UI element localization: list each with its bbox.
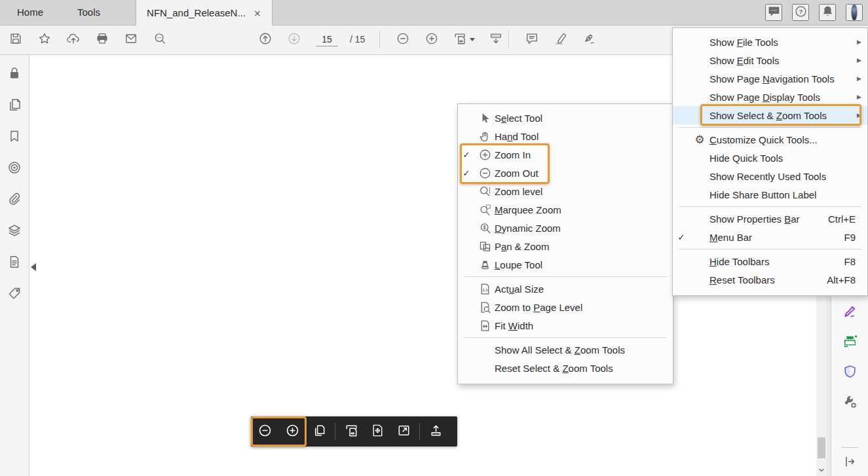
tab-document-label: NFN_and_ReleaseN... [147, 1, 246, 26]
zoom-out-icon [257, 423, 273, 440]
zoom-in-button[interactable] [421, 26, 443, 52]
menu-item-label: Fit Width [495, 320, 533, 331]
next-page-button[interactable] [283, 26, 305, 52]
checkmark-icon: ✓ [673, 232, 690, 242]
left-navigation-pane [0, 54, 29, 476]
tags-button[interactable] [5, 285, 24, 303]
more-tools-icon [842, 394, 858, 412]
menu-item-label: Show Recently Used Tools [709, 171, 826, 182]
highlight-text-button[interactable] [550, 26, 572, 52]
svg-text:1:1: 1:1 [482, 288, 487, 292]
menu-separator [464, 276, 667, 277]
avatar [851, 4, 858, 21]
comment-button[interactable] [521, 26, 543, 52]
print-button[interactable] [91, 26, 113, 52]
comment-tools-group [503, 25, 601, 54]
star-button[interactable] [33, 26, 56, 52]
panel-collapse-handle[interactable] [31, 263, 36, 271]
menu-item-menu-bar[interactable]: ✓Menu BarF9 [673, 228, 867, 246]
zoom-out-icon [396, 31, 410, 48]
menu-item-label: Show Select & Zoom Tools [709, 110, 827, 121]
menu-item-hide-toolbars[interactable]: Hide ToolbarsF8 [673, 252, 867, 270]
menu-item-dynamic-zoom[interactable]: Dynamic Zoom [458, 219, 673, 237]
tab-document[interactable]: NFN_and_ReleaseN... × [136, 0, 273, 26]
menu-item-show-page-display-tools[interactable]: Show Page Display Tools▶ [673, 88, 867, 106]
email-button[interactable] [120, 26, 142, 52]
zoom-out-button[interactable] [251, 416, 278, 447]
show-main-toolbar-button[interactable] [423, 416, 449, 447]
zoom-out-button[interactable] [392, 26, 414, 52]
menu-item-marquee-zoom[interactable]: Marquee Zoom [458, 200, 673, 219]
menu-item-show-select-zoom-tools[interactable]: Show Select & Zoom Tools▶ [673, 106, 867, 124]
menu-item-fit-width[interactable]: Fit Width [458, 316, 673, 335]
organize-pages-button[interactable] [840, 334, 859, 351]
menu-item-show-properties-bar[interactable]: Show Properties BarCtrl+E [673, 210, 867, 228]
fill-and-sign-button[interactable] [840, 304, 859, 321]
fill-sign-button[interactable] [578, 26, 601, 52]
security-lock-button[interactable] [5, 65, 24, 83]
search-button[interactable] [149, 26, 171, 52]
destinations-button[interactable] [5, 160, 24, 177]
fit-one-full-page-button[interactable] [364, 416, 390, 447]
menu-item-hand-tool[interactable]: Hand Tool [458, 127, 673, 145]
attachments-button[interactable] [5, 191, 24, 209]
tab-tools[interactable]: Tools [60, 0, 117, 25]
scroll-down-icon[interactable] [816, 466, 827, 475]
notifications-button[interactable] [819, 4, 836, 21]
page-up-icon [258, 31, 273, 48]
shortcut-label: Alt+F8 [827, 274, 856, 285]
select-zoom-tools-menu: Select ToolHand Tool✓Zoom In✓Zoom OutZoo… [457, 103, 673, 384]
page-thumbnails-button[interactable] [5, 97, 24, 115]
content-button[interactable] [5, 254, 24, 272]
zoom-in-icon [285, 423, 300, 440]
more-tools-button[interactable] [840, 394, 859, 411]
fill-and-sign-icon [842, 303, 858, 321]
full-screen-button[interactable] [390, 416, 417, 447]
menu-item-zoom-level[interactable]: Zoom level [458, 182, 673, 200]
tab-home[interactable]: Home [0, 0, 60, 25]
account-avatar-button[interactable] [846, 4, 863, 21]
menu-item-label: Pan & Zoom [495, 241, 549, 252]
tab-bar: Home Tools NFN_and_ReleaseN... × ? [0, 0, 868, 26]
page-thumbnails-button[interactable] [306, 416, 332, 447]
menu-item-show-all-select-zoom-tools[interactable]: Show All Select & Zoom Tools [458, 340, 673, 359]
menu-item-show-edit-tools[interactable]: Show Edit Tools▶ [673, 51, 867, 69]
close-tab-icon[interactable]: × [254, 9, 261, 18]
zoom-in-button[interactable] [278, 416, 306, 447]
top-right-actions: ? [765, 0, 863, 25]
menu-item-actual-size[interactable]: 1:1Actual Size [458, 280, 673, 298]
menu-item-zoom-in[interactable]: ✓Zoom In [458, 145, 673, 164]
menu-item-show-page-navigation-tools[interactable]: Show Page Navigation Tools▶ [673, 69, 867, 88]
scrollbar-thumb[interactable] [818, 437, 825, 458]
content-icon [7, 254, 22, 272]
menu-item-reset-toolbars[interactable]: Reset ToolbarsAlt+F8 [673, 270, 867, 289]
toolbar-divider [508, 31, 509, 48]
menu-item-loupe-tool[interactable]: Loupe Tool [458, 255, 673, 274]
shortcut-label: F8 [844, 256, 856, 267]
layers-button[interactable] [5, 223, 24, 240]
bookmarks-button[interactable] [5, 128, 24, 146]
protect-button[interactable] [840, 364, 859, 381]
menu-item-select-tool[interactable]: Select Tool [458, 109, 673, 127]
page-number-input[interactable] [316, 33, 338, 46]
expand-tools-pane-button[interactable] [840, 454, 859, 471]
menu-item-zoom-out[interactable]: ✓Zoom Out [458, 164, 673, 182]
destinations-icon [7, 160, 22, 177]
help-button[interactable]: ? [792, 4, 809, 21]
share-upload-button[interactable] [62, 26, 85, 52]
page-fit-dropdown-button[interactable] [449, 26, 478, 52]
menu-item-hide-quick-tools[interactable]: Hide Quick Tools [673, 149, 867, 167]
save-button[interactable] [5, 26, 27, 52]
menu-item-customize-quick-tools[interactable]: ⚙Customize Quick Tools... [673, 130, 867, 149]
menu-item-show-recently-used-tools[interactable]: Show Recently Used Tools [673, 167, 867, 185]
print-icon [95, 31, 109, 48]
menu-item-hide-share-button-label[interactable]: Hide Share Button Label [673, 185, 867, 204]
previous-page-button[interactable] [254, 26, 276, 52]
menu-item-pan-and-zoom[interactable]: Pan & Zoom [458, 237, 673, 255]
menu-item-zoom-to-page-level[interactable]: Zoom to Page Level [458, 298, 673, 316]
menu-item-show-file-tools[interactable]: Show File Tools▶ [673, 33, 867, 51]
comments-button[interactable] [765, 4, 782, 21]
menu-item-reset-select-zoom-tools[interactable]: Reset Select & Zoom Tools [458, 359, 673, 377]
fit-width-button[interactable] [338, 416, 364, 447]
loupe-icon [475, 258, 495, 272]
